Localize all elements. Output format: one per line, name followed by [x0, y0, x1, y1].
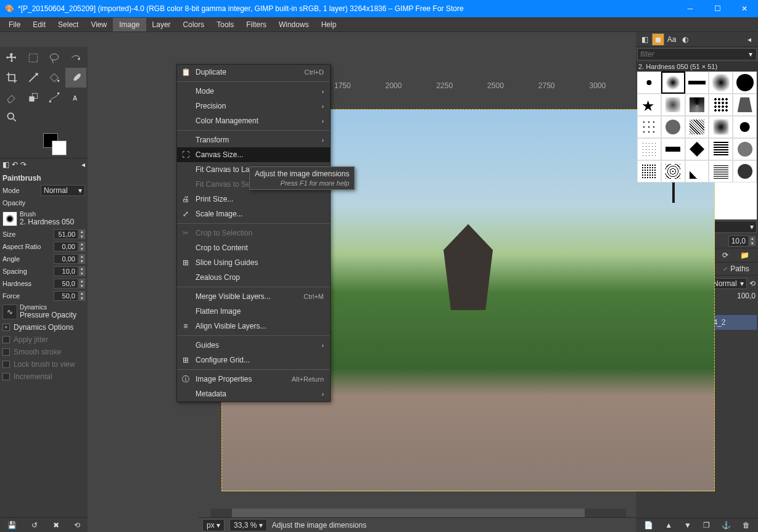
menu-select[interactable]: Select: [52, 18, 84, 31]
lasso-tool[interactable]: [44, 48, 65, 68]
brush-item[interactable]: [637, 116, 661, 138]
delete-icon[interactable]: ✖: [53, 521, 59, 530]
menu-tools[interactable]: Tools: [210, 18, 240, 31]
redo-icon[interactable]: ↷: [20, 160, 27, 169]
brush-item[interactable]: [733, 94, 757, 116]
dynamics-icon[interactable]: ∿: [2, 305, 17, 319]
tab-brush-active-icon[interactable]: ◼: [652, 33, 664, 46]
spacing-value[interactable]: 10,0: [54, 266, 78, 276]
incremental-checkbox[interactable]: [2, 373, 10, 380]
menu-item[interactable]: ⛶Canvas Size...: [177, 147, 330, 162]
menu-item[interactable]: Crop to Content: [177, 240, 330, 255]
menu-colors[interactable]: Colors: [177, 18, 211, 31]
menu-item[interactable]: ≡Align Visible Layers...: [177, 319, 330, 334]
menu-item[interactable]: ⊞Slice Using Guides: [177, 255, 330, 270]
menu-windows[interactable]: Windows: [273, 18, 315, 31]
tab-fonts-icon[interactable]: Aa: [665, 33, 678, 46]
new-layer-icon[interactable]: 📄: [644, 521, 653, 530]
menu-item[interactable]: 📋DuplicateCtrl+D: [177, 65, 330, 80]
menu-item[interactable]: Guides›: [177, 338, 330, 353]
menu-item[interactable]: Mode›: [177, 84, 330, 99]
tab-paths[interactable]: ⟋Paths: [718, 263, 753, 275]
transform-tool[interactable]: [23, 68, 44, 88]
brush-select[interactable]: 2. Hardness 050: [20, 218, 85, 226]
brush-item[interactable]: [685, 138, 709, 160]
menu-item[interactable]: ⊞Configure Grid...: [177, 353, 330, 367]
brush-item[interactable]: [661, 72, 685, 94]
brush-item[interactable]: [709, 138, 733, 160]
refresh-brush-icon[interactable]: ⟳: [722, 251, 728, 260]
lower-layer-icon[interactable]: ▼: [684, 521, 691, 530]
brush-item[interactable]: [685, 116, 709, 138]
menu-item[interactable]: Merge Visible Layers...Ctrl+M: [177, 289, 330, 304]
brush-item[interactable]: [733, 138, 757, 160]
rect-select-tool[interactable]: [23, 48, 44, 68]
fuzzy-select-tool[interactable]: [65, 48, 87, 68]
brush-item[interactable]: ★: [637, 94, 661, 116]
jitter-checkbox[interactable]: [2, 336, 10, 343]
save-icon[interactable]: 💾: [7, 521, 17, 530]
lock-brush-checkbox[interactable]: [2, 361, 10, 368]
reset-icon[interactable]: ⟲: [74, 521, 80, 530]
brush-item[interactable]: [685, 72, 709, 94]
background-color[interactable]: [52, 141, 67, 155]
layer-mode-select[interactable]: Normal▾: [710, 278, 747, 289]
brush-item[interactable]: [733, 116, 757, 138]
zoom-tool[interactable]: [1, 107, 23, 127]
minimize-button[interactable]: ─: [677, 0, 704, 17]
brush-item[interactable]: [661, 160, 685, 182]
right-spacing-value[interactable]: 10,0: [728, 235, 749, 247]
brush-item[interactable]: [733, 72, 757, 94]
unit-select[interactable]: px ▾: [202, 519, 225, 531]
filter-input[interactable]: [638, 49, 745, 60]
anchor-layer-icon[interactable]: ⚓: [722, 521, 731, 530]
path-tool[interactable]: [44, 88, 65, 107]
brush-item[interactable]: [637, 72, 661, 94]
aspect-value[interactable]: 0,00: [54, 242, 78, 252]
eraser-tool[interactable]: [1, 88, 23, 107]
delete-layer-icon[interactable]: 🗑: [743, 521, 750, 530]
mode-select[interactable]: Normal▾: [41, 185, 85, 196]
brush-item[interactable]: [709, 160, 733, 182]
text-tool[interactable]: A: [65, 88, 87, 107]
smooth-checkbox[interactable]: [2, 348, 10, 356]
menu-help[interactable]: Help: [315, 18, 343, 31]
clone-tool[interactable]: [23, 88, 44, 107]
layer-opacity-value[interactable]: 100,0: [737, 292, 756, 300]
menu-edit[interactable]: Edit: [27, 18, 52, 31]
brush-item[interactable]: [709, 94, 733, 116]
brush-item[interactable]: [661, 138, 685, 160]
brush-item[interactable]: [637, 160, 661, 182]
menu-item[interactable]: Flatten Image: [177, 304, 330, 319]
menu-filters[interactable]: Filters: [240, 18, 273, 31]
menu-view[interactable]: View: [84, 18, 113, 31]
color-swatch[interactable]: [0, 128, 88, 158]
horizontal-scrollbar[interactable]: [211, 509, 626, 517]
brush-item[interactable]: [685, 94, 709, 116]
menu-item[interactable]: Zealous Crop: [177, 270, 330, 285]
brush-thumbnail[interactable]: [2, 211, 17, 226]
dynamics-select[interactable]: Pressure Opacity: [20, 311, 85, 319]
paintbrush-tool[interactable]: [65, 68, 87, 88]
menu-file[interactable]: File: [2, 18, 27, 31]
brush-item[interactable]: [637, 138, 661, 160]
tab-history-icon[interactable]: ◐: [679, 33, 691, 46]
menu-item[interactable]: Transform›: [177, 133, 330, 147]
layer-mode-reset-icon[interactable]: ⟲: [749, 279, 756, 288]
bucket-tool[interactable]: [44, 68, 65, 88]
angle-value[interactable]: 0,00: [54, 254, 78, 264]
menu-item[interactable]: Precision›: [177, 99, 330, 113]
brush-item[interactable]: [709, 72, 733, 94]
menu-item[interactable]: Color Management›: [177, 113, 330, 128]
revert-icon[interactable]: ↺: [31, 521, 38, 530]
tab-menu-icon[interactable]: ◂: [743, 33, 756, 46]
options-icon[interactable]: ◧: [2, 160, 9, 169]
close-button[interactable]: ✕: [731, 0, 758, 17]
menu-layer[interactable]: Layer: [146, 18, 177, 31]
expand-dynamics[interactable]: +: [2, 324, 10, 331]
crop-tool[interactable]: [1, 68, 23, 88]
undo-icon[interactable]: ↶: [12, 160, 18, 169]
brush-filter[interactable]: ▾: [637, 48, 757, 60]
force-value[interactable]: 50,0: [54, 291, 78, 301]
maximize-button[interactable]: ☐: [704, 0, 731, 17]
